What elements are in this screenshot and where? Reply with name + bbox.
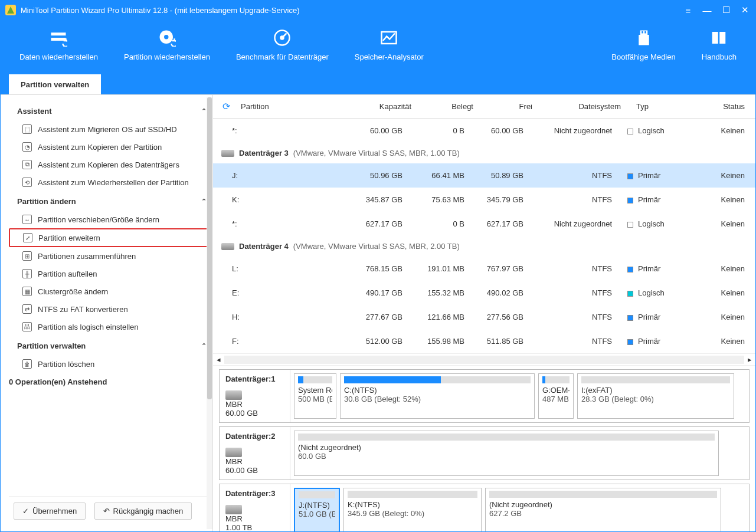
partition-row[interactable]: *:627.17 GB0 B627.17 GBNicht zugeordnetL… [213, 212, 755, 236]
sidebar: Assistent⌃ ⬚Assistent zum Migrieren OS a… [1, 95, 213, 531]
sidebar-header-manage[interactable]: Partition verwalten⌃ [9, 336, 210, 355]
disk-map-info: Datenträger:2MBR60.00 GB [220, 427, 290, 480]
app-window: MiniTool Partition Wizard Pro Ultimativ … [0, 0, 756, 532]
move-resize-partition[interactable]: ↔Partition verschieben/Größe ändern [9, 211, 210, 228]
disk-icon [225, 505, 242, 514]
minimize-button[interactable]: — [701, 5, 713, 15]
assist-migrate-os[interactable]: ⬚Assistent zum Migrieren OS auf SSD/HD [9, 120, 210, 138]
col-capacity[interactable]: Kapazität [348, 98, 416, 114]
partition-row[interactable]: J:50.96 GB66.41 MB50.89 GBNTFSPrimärKein… [213, 163, 755, 188]
disk-icon [225, 390, 242, 400]
recover-data-button[interactable]: Daten wiederherstellen [6, 29, 111, 61]
sidebar-scrollbar[interactable] [207, 97, 212, 529]
usb-icon [635, 29, 653, 47]
disk-map-panel: Datenträger:1MBR60.00 GBSystem Rese500 M… [213, 365, 755, 531]
svg-rect-11 [644, 31, 646, 34]
disk-map-partition[interactable]: G:OEM-Part487 MB (Bel [538, 373, 574, 419]
disk-header-row[interactable]: Datenträger 3 (VMware, VMware Virtual S … [213, 143, 755, 163]
disk-header-row[interactable]: Datenträger 4 (VMware, VMware Virtual S … [213, 236, 755, 257]
disk-map-partition[interactable]: I:(exFAT)28.3 GB (Belegt: 0%) [577, 373, 734, 419]
close-button[interactable]: ✕ [739, 5, 751, 15]
disk-icon [221, 243, 234, 250]
partition-row[interactable]: L:768.15 GB191.01 MB767.97 GBNTFSPrimärK… [213, 257, 755, 281]
convert-icon: ⇄ [22, 304, 32, 314]
disk-map-partition[interactable]: System Rese500 MB (Bel [294, 373, 336, 419]
horizontal-scrollbar[interactable]: ◂▸ [213, 353, 755, 365]
extend-icon: ⤢ [23, 233, 32, 242]
undo-icon: ↶ [103, 507, 110, 515]
menu-icon[interactable]: ≡ [682, 5, 694, 15]
split-partition[interactable]: ╫Partition aufteilen [9, 265, 210, 283]
disk-map-partition[interactable]: K:(NTFS)345.9 GB (Belegt: 0%) [343, 488, 482, 531]
partition-row[interactable]: E:490.17 GB155.32 MB490.02 GBNTFSLogisch… [213, 281, 755, 305]
book-icon [710, 29, 728, 47]
merge-partitions[interactable]: ⊞Partitionen zusammenführen [9, 247, 210, 265]
ntfs-to-fat[interactable]: ⇄NTFS zu FAT konvertieren [9, 300, 210, 318]
tab-manage-partition[interactable]: Partition verwalten [9, 74, 101, 95]
usage-bar [581, 376, 730, 383]
benchmark-button[interactable]: Benchmark für Datenträger [223, 29, 342, 61]
type-color-icon [627, 267, 633, 272]
assist-recover-partition[interactable]: ⟲Assistent zum Wiederherstellen der Part… [9, 173, 210, 191]
disk-map-row: Datenträger:2MBR60.00 GB(Nicht zugeordne… [219, 426, 750, 480]
type-color-icon [627, 315, 633, 321]
type-color-icon [627, 173, 633, 179]
benchmark-icon [273, 29, 291, 47]
col-partition[interactable]: Partition [236, 98, 348, 114]
split-icon: ╫ [22, 269, 32, 278]
analyzer-icon [380, 29, 398, 47]
partition-row[interactable]: F:512.00 GB155.98 MB511.85 GBNTFSPrimärK… [213, 329, 755, 353]
type-color-icon [627, 291, 633, 297]
disk-map-partition[interactable]: J:(NTFS)51.0 GB (Bel [294, 488, 340, 531]
col-used[interactable]: Belegt [416, 98, 478, 114]
svg-rect-8 [640, 31, 647, 35]
titlebar: MiniTool Partition Wizard Pro Ultimativ … [1, 1, 755, 19]
undo-button[interactable]: ↶Rückgängig machen [94, 503, 192, 520]
partition-row[interactable]: *:60.00 GB0 B60.00 GBNicht zugeordnetLog… [213, 119, 755, 143]
disk-map-partition[interactable]: (Nicht zugeordnet)627.2 GB [485, 488, 721, 531]
type-color-icon [627, 129, 633, 134]
change-cluster[interactable]: ▦Clustergröße ändern [9, 283, 210, 300]
main-toolbar: Daten wiederherstellen Partition wiederh… [1, 19, 755, 74]
maximize-button[interactable]: ☐ [720, 5, 732, 15]
cluster-icon: ▦ [22, 287, 32, 296]
usage-bar [299, 491, 335, 498]
usage-bar [542, 376, 570, 383]
assist-copy-disk[interactable]: ⧉Assistent zum Kopieren des Datenträgers [9, 156, 210, 173]
analyzer-button[interactable]: Speicher-Analysator [342, 29, 437, 61]
assist-copy-partition[interactable]: ◔Assistent zum Kopieren der Partition [9, 138, 210, 156]
tab-strip: Partition verwalten [1, 74, 755, 94]
svg-rect-9 [639, 35, 649, 45]
disk-icon [221, 150, 234, 157]
chevron-up-icon: ⌃ [201, 198, 207, 205]
apply-button[interactable]: ✓Übernehmen [14, 503, 86, 520]
window-title: MiniTool Partition Wizard Pro Ultimativ … [21, 6, 682, 15]
col-type[interactable]: Typ [626, 98, 702, 114]
refresh-icon[interactable]: ⟳ [217, 101, 236, 112]
partition-row[interactable]: H:277.67 GB121.66 MB277.56 GBNTFSPrimärK… [213, 305, 755, 329]
disk-map-partition[interactable]: C:(NTFS)30.8 GB (Belegt: 52%) [340, 373, 535, 419]
col-status[interactable]: Status [702, 98, 755, 114]
disk-map-partition[interactable]: (Nicht zugeordnet)60.0 GB [294, 431, 719, 476]
extend-partition[interactable]: ⤢Partition erweitern [9, 228, 210, 247]
main-panel: ⟳ Partition Kapazität Belegt Frei Dateis… [213, 95, 755, 531]
partition-row[interactable]: K:345.87 GB75.63 MB345.79 GBNTFSPrimärKe… [213, 188, 755, 212]
col-free[interactable]: Frei [478, 98, 537, 114]
col-filesystem[interactable]: Dateisystem [537, 98, 626, 114]
sidebar-header-change[interactable]: Partition ändern⌃ [9, 191, 210, 211]
usage-bar [298, 434, 715, 441]
boot-media-button[interactable]: Bootfähige Medien [598, 29, 688, 61]
usage-bar [348, 491, 477, 498]
grid-header: ⟳ Partition Kapazität Belegt Frei Dateis… [213, 95, 755, 119]
usage-bar [489, 491, 717, 498]
trash-icon: 🗑 [22, 359, 32, 369]
set-logical[interactable]: 品Partition als logisch einstellen [9, 318, 210, 336]
migrate-icon: ⬚ [22, 124, 32, 134]
app-logo-icon [5, 5, 16, 15]
sidebar-header-assistant[interactable]: Assistent⌃ [9, 101, 210, 120]
usage-bar [344, 376, 531, 383]
manual-button[interactable]: Handbuch [689, 29, 750, 61]
merge-icon: ⊞ [22, 251, 32, 261]
delete-partition[interactable]: 🗑Partition löschen [9, 355, 210, 373]
recover-partition-button[interactable]: Partition wiederherstellen [111, 29, 223, 61]
